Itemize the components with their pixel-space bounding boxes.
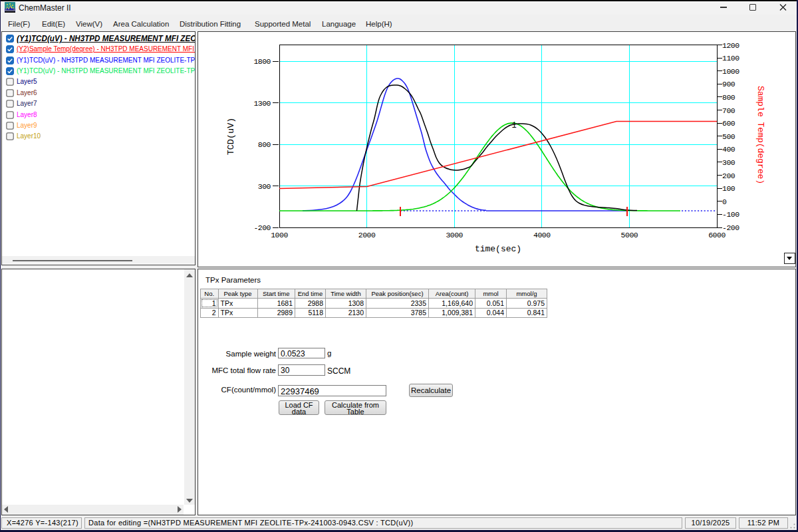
svg-text:300: 300 — [722, 158, 735, 167]
svg-text:0: 0 — [722, 198, 727, 206]
svg-text:-100: -100 — [722, 210, 739, 219]
svg-text:100: 100 — [722, 184, 735, 193]
svg-text:5000: 5000 — [621, 231, 638, 239]
svg-text:1300: 1300 — [253, 99, 271, 108]
svg-text:400: 400 — [722, 145, 735, 154]
svg-text:2000: 2000 — [358, 231, 376, 239]
svg-text:Sample Temp(degree): Sample Temp(degree) — [755, 86, 765, 184]
svg-text:200: 200 — [722, 172, 735, 180]
svg-text:300: 300 — [258, 182, 271, 191]
svg-text:1: 1 — [511, 121, 516, 130]
svg-text:3000: 3000 — [446, 231, 463, 239]
svg-text:1800: 1800 — [253, 57, 271, 66]
svg-text:-200: -200 — [253, 223, 271, 232]
svg-text:500: 500 — [722, 132, 735, 141]
svg-text:4000: 4000 — [533, 231, 551, 239]
svg-text:900: 900 — [722, 80, 735, 88]
svg-text:600: 600 — [722, 119, 735, 128]
svg-text:800: 800 — [722, 93, 735, 102]
svg-text:6000: 6000 — [708, 231, 726, 239]
svg-text:1000: 1000 — [722, 67, 739, 76]
svg-text:800: 800 — [258, 140, 271, 149]
svg-text:time(sec): time(sec) — [475, 244, 521, 254]
svg-text:700: 700 — [722, 106, 735, 115]
svg-text:TCD(uV): TCD(uV) — [226, 118, 236, 156]
svg-text:1100: 1100 — [722, 54, 739, 63]
svg-text:1000: 1000 — [271, 231, 288, 239]
svg-text:1200: 1200 — [722, 41, 739, 50]
